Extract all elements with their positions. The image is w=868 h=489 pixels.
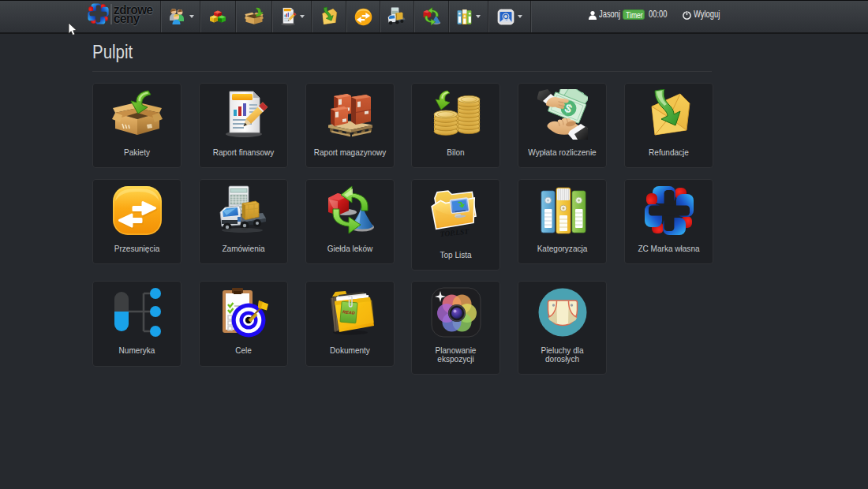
svg-text:TOP.LST: TOP.LST xyxy=(440,227,470,238)
